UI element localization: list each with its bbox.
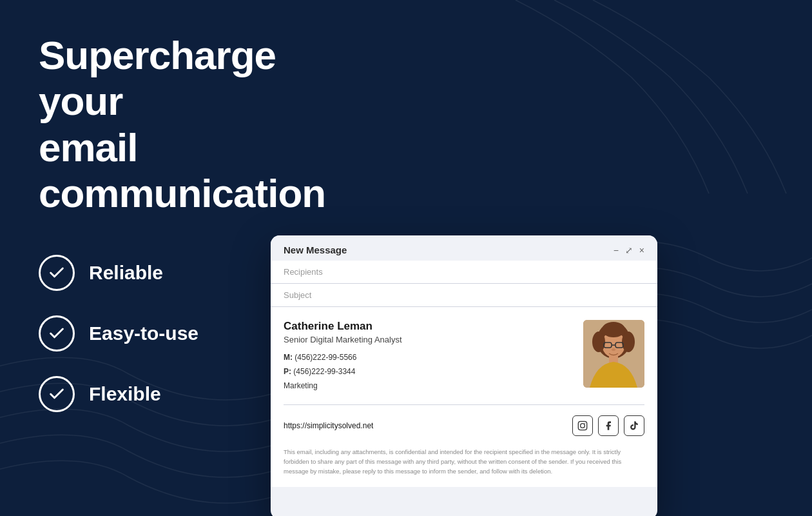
email-mockup: New Message − ⤢ × Recipients Subject [271, 235, 657, 516]
check-circle-flexible [39, 376, 75, 412]
svg-point-4 [622, 332, 635, 352]
mockup-controls: − ⤢ × [614, 246, 644, 255]
subject-field[interactable]: Subject [271, 284, 657, 307]
check-circle-easy-to-use [39, 315, 75, 352]
expand-button[interactable]: ⤢ [625, 246, 633, 255]
features-column: Reliable Easy-to-use Flexible [39, 242, 232, 412]
sig-url-row: https://simplicitysolved.net [284, 410, 644, 441]
sig-social-icons [572, 415, 644, 436]
instagram-icon[interactable] [572, 415, 593, 436]
close-button[interactable]: × [639, 246, 644, 255]
recipients-field[interactable]: Recipients [271, 261, 657, 284]
hero-title-line2: email communication [39, 125, 325, 215]
sig-mobile: M: (456)222-99-5566 [284, 351, 402, 365]
feature-flexible: Flexible [39, 376, 232, 412]
sig-phone: P: (456)222-99-3344 [284, 365, 402, 379]
tiktok-icon[interactable] [624, 415, 644, 436]
sig-department: Marketing [284, 381, 402, 390]
feature-label-easy-to-use: Easy-to-use [89, 322, 198, 344]
minimize-button[interactable]: − [614, 246, 619, 255]
feature-reliable: Reliable [39, 255, 232, 291]
svg-point-3 [592, 332, 605, 352]
signature-card: Catherine Leman Senior Digital Marketing… [284, 320, 644, 399]
sig-website[interactable]: https://simplicitysolved.net [284, 421, 373, 430]
svg-point-5 [602, 322, 625, 337]
sig-phone-number: (456)222-99-3344 [293, 367, 355, 376]
signature-info: Catherine Leman Senior Digital Marketing… [284, 320, 402, 390]
svg-point-12 [581, 424, 585, 428]
recipients-placeholder: Recipients [284, 267, 323, 277]
page-wrapper: Supercharge your email communication Rel… [0, 0, 812, 516]
svg-point-13 [585, 423, 585, 424]
feature-easy-to-use: Easy-to-use [39, 315, 232, 352]
mockup-body: Catherine Leman Senior Digital Marketing… [271, 307, 657, 486]
sig-title: Senior Digital Marketing Analyst [284, 335, 402, 344]
sig-photo [583, 320, 644, 388]
hero-title-line1: Supercharge your [39, 33, 276, 123]
svg-rect-10 [609, 356, 618, 362]
sig-disclaimer: This email, including any attachments, i… [284, 448, 644, 476]
sig-mobile-number: (456)222-99-5566 [295, 353, 356, 362]
facebook-icon[interactable] [598, 415, 619, 436]
sig-contact: M: (456)222-99-5566 P: (456)222-99-3344 [284, 351, 402, 379]
subject-placeholder: Subject [284, 290, 311, 300]
hero-title: Supercharge your email communication [39, 32, 335, 216]
svg-point-9 [612, 348, 615, 351]
content-row: Reliable Easy-to-use Flexible [39, 242, 773, 516]
feature-label-reliable: Reliable [89, 262, 163, 284]
check-circle-reliable [39, 255, 75, 291]
mockup-title: New Message [284, 244, 347, 255]
signature-divider [284, 404, 644, 405]
feature-label-flexible: Flexible [89, 383, 161, 405]
svg-rect-11 [578, 422, 586, 430]
sig-name: Catherine Leman [284, 320, 402, 333]
mockup-titlebar: New Message − ⤢ × [271, 235, 657, 261]
